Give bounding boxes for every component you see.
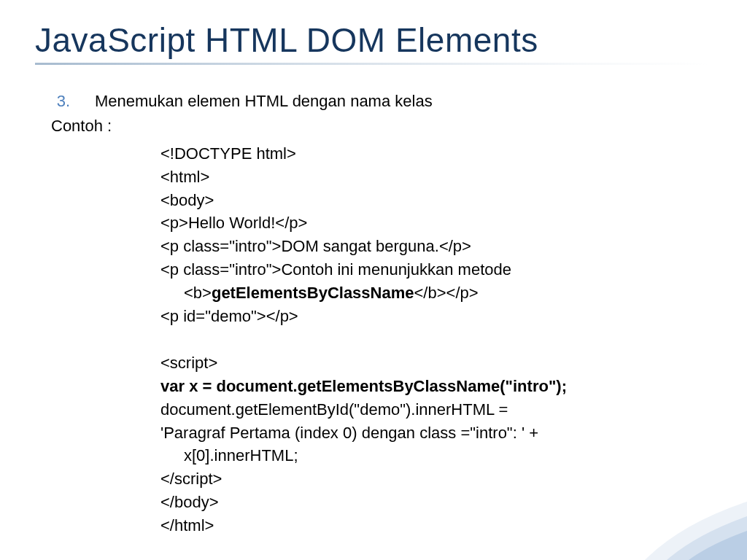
- numbered-item: 3. Menemukan elemen HTML dengan nama kel…: [51, 90, 712, 113]
- code-block: <!DOCTYPE html> <html> <body> <p>Hello W…: [51, 142, 712, 537]
- code-line: 'Paragraf Pertama (index 0) dengan class…: [160, 421, 712, 445]
- code-line-bold: var x = document.getElementsByClassName(…: [160, 375, 712, 398]
- code-bold: getElementsByClassName: [212, 284, 414, 302]
- list-number: 3.: [51, 90, 70, 113]
- code-line: <p class="intro">Contoh ini menunjukkan …: [160, 258, 712, 281]
- code-line: <b>getElementsByClassName</b></p>: [160, 281, 712, 305]
- title-underline: [35, 63, 712, 65]
- code-text: <b>: [184, 284, 212, 302]
- slide-title: JavaScript HTML DOM Elements: [35, 20, 712, 60]
- code-line: x[0].innerHTML;: [160, 444, 712, 467]
- code-line: <script>: [160, 351, 712, 375]
- example-label: Contoh :: [51, 114, 712, 138]
- code-line: <p id="demo"></p>: [160, 305, 712, 328]
- slide: JavaScript HTML DOM Elements 3. Menemuka…: [0, 0, 747, 560]
- blank-line: [160, 328, 712, 351]
- list-text: Menemukan elemen HTML dengan nama kelas: [95, 90, 433, 113]
- code-text: </b></p>: [414, 284, 479, 302]
- code-line: </script>: [160, 467, 712, 491]
- code-line: document.getElementById("demo").innerHTM…: [160, 398, 712, 421]
- slide-content: 3. Menemukan elemen HTML dengan nama kel…: [35, 90, 712, 537]
- code-line: </body>: [160, 491, 712, 514]
- code-line: </html>: [160, 514, 712, 537]
- code-text: <p class="intro">Contoh ini menunjukkan …: [160, 260, 516, 279]
- code-line: <!DOCTYPE html>: [160, 142, 712, 166]
- code-line: <p class="intro">DOM sangat berguna.</p>: [160, 235, 712, 258]
- code-line: <html>: [160, 166, 712, 189]
- code-line: <body>: [160, 189, 712, 212]
- code-line: <p>Hello World!</p>: [160, 211, 712, 235]
